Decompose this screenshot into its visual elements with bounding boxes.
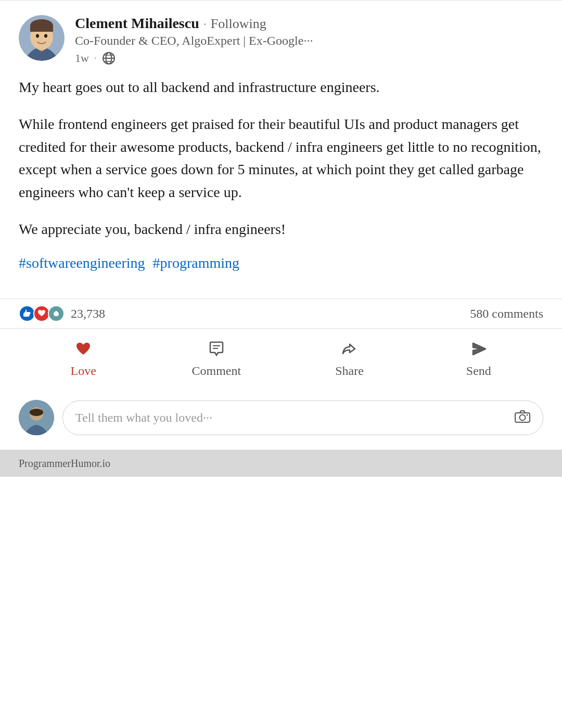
author-info: Clement Mihailescu · Following Co-Founde… (75, 15, 543, 66)
reactions-row: 23,738 580 comments (0, 298, 562, 328)
post-content: My heart goes out to all backend and inf… (0, 76, 562, 298)
globe-icon (101, 51, 116, 66)
share-button-label: Share (335, 364, 364, 378)
support-reaction-icon (48, 305, 65, 322)
author-name[interactable]: Clement Mihailescu (75, 15, 199, 32)
svg-rect-4 (30, 25, 53, 32)
author-subtitle: Co-Founder & CEO, AlgoExpert | Ex-Google… (75, 34, 543, 48)
send-button[interactable]: Send (448, 336, 510, 382)
comment-input-row: Tell them what you loved··· (0, 389, 562, 450)
share-button-icon (340, 340, 358, 362)
camera-icon[interactable] (515, 409, 530, 426)
love-button-label: Love (71, 364, 96, 378)
svg-point-19 (527, 414, 528, 415)
action-buttons: Love Comment Share Send (0, 328, 562, 389)
hashtag-programming[interactable]: #programming (153, 255, 239, 271)
svg-point-6 (44, 34, 47, 38)
love-button-icon (74, 340, 92, 362)
author-avatar[interactable] (19, 15, 65, 61)
hashtag-softwareengineering[interactable]: #softwareengineering (19, 255, 145, 271)
following-label[interactable]: Following (211, 16, 266, 32)
hashtags[interactable]: #softwareengineering #programming (19, 255, 543, 271)
send-button-label: Send (466, 364, 491, 378)
comments-count[interactable]: 580 comments (470, 307, 543, 321)
svg-point-18 (520, 414, 526, 420)
post-meta: 1w · (75, 51, 543, 66)
commenter-avatar (19, 400, 54, 435)
share-button[interactable]: Share (318, 336, 380, 382)
post-header: Clement Mihailescu · Following Co-Founde… (0, 1, 562, 76)
love-button[interactable]: Love (52, 336, 114, 382)
post-paragraph-3: We appreciate you, backend / infra engin… (19, 218, 543, 240)
name-dot-separator: · (203, 17, 207, 31)
meta-dot: · (94, 53, 97, 64)
comment-field[interactable]: Tell them what you loved··· (62, 400, 543, 435)
reaction-count: 23,738 (71, 307, 105, 321)
send-button-icon (470, 340, 488, 362)
svg-point-5 (36, 34, 39, 38)
post-paragraph-1: My heart goes out to all backend and inf… (19, 76, 543, 98)
post-paragraph-2: While frontend engineers get praised for… (19, 113, 543, 203)
reaction-icons (19, 305, 62, 322)
comment-button-label: Comment (191, 364, 241, 378)
footer-bar: ProgrammerHumor.io (0, 450, 562, 477)
comment-placeholder: Tell them what you loved··· (75, 411, 212, 425)
footer-text: ProgrammerHumor.io (19, 458, 110, 469)
post-time: 1w (75, 51, 89, 65)
name-row: Clement Mihailescu · Following (75, 15, 543, 32)
comment-button[interactable]: Comment (181, 336, 251, 382)
svg-point-16 (30, 409, 43, 416)
reactions-left: 23,738 (19, 305, 105, 322)
comment-button-icon (208, 340, 225, 362)
